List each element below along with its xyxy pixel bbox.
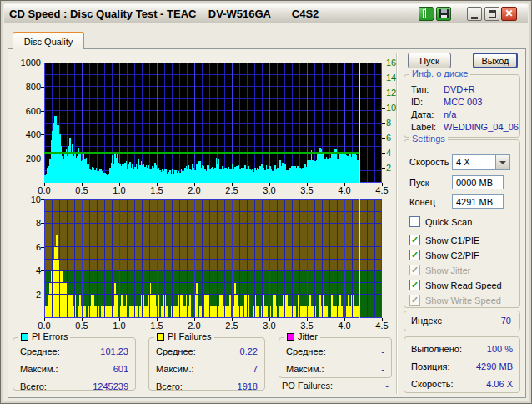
- axis-tick-mark: [382, 138, 385, 139]
- axis-tick-label: 0.0: [33, 321, 56, 331]
- axis-tick-mark: [344, 318, 345, 321]
- pi-errors-chart-svg: [44, 63, 382, 183]
- info-row: Среднее:0.22: [149, 346, 264, 364]
- info-row: Выполнено:100 %: [404, 344, 519, 361]
- speed-label: Скорость: [409, 157, 449, 167]
- axis-tick-label: 400: [11, 129, 41, 139]
- axis-tick-label: 2: [386, 163, 391, 173]
- speed-select[interactable]: 4 X: [452, 154, 510, 170]
- info-row: Всего:1245239: [13, 381, 135, 399]
- axis-tick-label: 1000: [11, 58, 41, 68]
- checkbox-label: Show C2/PIF: [425, 249, 479, 262]
- axis-tick-mark: [194, 183, 195, 186]
- close-button[interactable]: ✕: [501, 7, 517, 21]
- axis-tick-label: 3.5: [295, 321, 319, 331]
- checkbox-box-icon[interactable]: [409, 216, 420, 227]
- axis-tick-label: 10: [386, 103, 396, 113]
- disc-info-group: Инф. о диске Тип:DVD+RID:MCC 003Дата:n/a…: [404, 74, 520, 138]
- axis-tick-label: 1.5: [145, 321, 168, 331]
- axis-tick-mark: [41, 159, 44, 159]
- disc-info-rows: Тип:DVD+RID:MCC 003Дата:n/aLabel:WEDDING…: [404, 75, 519, 137]
- axis-tick-mark: [382, 318, 383, 321]
- axis-tick-label: 6: [386, 133, 391, 143]
- axis-tick-mark: [41, 270, 44, 271]
- po-failures-label: PO Failures:: [282, 381, 333, 391]
- checkbox-show-c2-pif[interactable]: ✓Show C2/PIF: [409, 249, 516, 264]
- checkbox-box-icon[interactable]: ✓: [409, 295, 420, 306]
- pi-failures-rows: Среднее:0.22Максим.:7Всего:1918: [149, 338, 264, 390]
- checkbox-box-icon[interactable]: ✓: [409, 265, 420, 275]
- axis-tick-label: 4: [386, 148, 391, 158]
- end-pos-label: Конец: [409, 197, 435, 207]
- checkbox-box-icon[interactable]: ✓: [409, 280, 420, 290]
- axis-tick-mark: [307, 318, 308, 321]
- checkbox-show-read-speed[interactable]: ✓Show Read Speed: [409, 279, 516, 294]
- save-button[interactable]: [436, 7, 451, 21]
- chevron-down-icon: [499, 161, 506, 168]
- axis-tick-mark: [157, 318, 158, 321]
- axis-tick-label: 2.5: [220, 321, 243, 331]
- axis-tick-mark: [232, 183, 233, 186]
- po-failures-row: PO Failures: -: [282, 381, 390, 392]
- axis-tick-mark: [82, 318, 83, 321]
- axis-tick-mark: [344, 183, 345, 186]
- minimize-button[interactable]: [467, 7, 482, 21]
- info-label: Всего:: [156, 381, 183, 391]
- axis-tick-label: 1.0: [108, 321, 131, 331]
- info-row: Скорость:4.06 X: [404, 379, 519, 396]
- info-value: 101.23: [100, 346, 128, 356]
- speed-value: 4 X: [453, 155, 495, 169]
- checkbox-quick-scan[interactable]: Quick Scan: [409, 215, 516, 230]
- info-label: Среднее:: [20, 346, 60, 356]
- start-button[interactable]: Пуск: [408, 53, 451, 68]
- index-label: Индекс: [411, 316, 442, 326]
- info-row: Дата:n/a: [404, 109, 519, 122]
- checkbox-show-c1-pie[interactable]: ✓Show C1/PIE: [409, 234, 516, 249]
- jitter-group: Jitter Среднее:-Максим.:-: [279, 337, 392, 378]
- exit-button[interactable]: Выход: [473, 53, 518, 68]
- checkbox-show-jitter[interactable]: ✓Show Jitter: [409, 264, 516, 279]
- info-value: MCC 003: [444, 97, 482, 107]
- axis-tick-label: 2.5: [220, 185, 243, 195]
- axis-tick-mark: [232, 318, 233, 321]
- settings-caption: Settings: [409, 134, 448, 144]
- info-row: ID:MCC 003: [404, 97, 519, 109]
- maximize-button[interactable]: [484, 7, 499, 21]
- axis-tick-mark: [269, 183, 270, 186]
- axis-tick-mark: [41, 111, 44, 112]
- info-label: Дата:: [411, 109, 434, 119]
- axis-tick-label: 6: [11, 242, 41, 252]
- pi-failures-chart-svg: [44, 199, 382, 318]
- checkbox-label: Quick Scan: [425, 215, 472, 229]
- axis-tick-label: 3.0: [258, 185, 281, 195]
- checkbox-show-write-speed[interactable]: ✓Show Write Speed: [409, 294, 516, 309]
- axis-tick-mark: [382, 63, 385, 63]
- axis-tick-mark: [382, 168, 385, 169]
- combo-dropdown-button[interactable]: [495, 155, 509, 169]
- info-value: 7: [253, 364, 258, 374]
- end-position-input[interactable]: [452, 194, 504, 209]
- checkbox-label: Show Jitter: [425, 264, 470, 277]
- start-position-input[interactable]: [452, 175, 504, 189]
- tab-disc-quality[interactable]: Disc Quality: [13, 32, 84, 49]
- axis-tick-label: 1.5: [145, 185, 168, 195]
- axis-tick-label: 2: [11, 290, 41, 300]
- info-row: Всего:1918: [149, 381, 264, 399]
- checkbox-box-icon[interactable]: ✓: [409, 235, 420, 245]
- checkbox-box-icon[interactable]: ✓: [409, 250, 420, 260]
- axis-tick-mark: [119, 183, 120, 186]
- info-label: Максим.:: [286, 364, 324, 374]
- start-pos-label: Пуск: [409, 178, 429, 188]
- info-value: 1245239: [93, 381, 128, 391]
- floppy-disk-icon: [439, 9, 449, 18]
- info-row: Позиция:4290 MB: [404, 361, 519, 379]
- axis-tick-label: 2.0: [183, 185, 206, 195]
- settings-checkboxes: Quick Scan✓Show C1/PIE✓Show C2/PIF✓Show …: [409, 215, 516, 309]
- info-row: Максим.:7: [149, 364, 264, 381]
- info-value: -: [381, 346, 384, 356]
- panel-divider: [396, 53, 398, 394]
- copy-button[interactable]: [419, 7, 434, 21]
- settings-group: Settings Скорость 4 X Пуск Конец Quick S…: [404, 139, 520, 308]
- axis-tick-mark: [382, 123, 385, 124]
- axis-tick-mark: [307, 183, 308, 186]
